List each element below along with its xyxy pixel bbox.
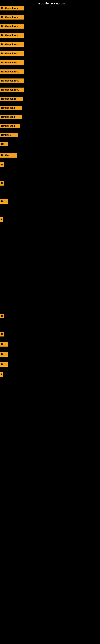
bottleneck-item: l <box>0 372 3 377</box>
bottleneck-item: Bot <box>0 352 8 356</box>
bottleneck-item: B <box>0 181 4 186</box>
bottleneck-item: Bottleneck r <box>0 124 20 128</box>
bottleneck-item: Bottleneck r <box>0 106 22 110</box>
site-title: TheBottlenecker.com <box>0 0 100 7</box>
bottleneck-item: Bo <box>0 142 8 146</box>
bottleneck-item: Bottleneck r <box>0 115 22 119</box>
bottleneck-item: Bottleneck resu <box>0 88 24 92</box>
bottleneck-item: Bottleneck resu <box>0 78 24 83</box>
bottleneck-item: Bottlene <box>0 133 18 137</box>
bottleneck-item: Bottleneck resu <box>0 51 24 56</box>
bottleneck-item: B <box>0 332 4 336</box>
bottleneck-item: Bottleneck resu <box>0 60 24 65</box>
bottleneck-item: Bottleneck re <box>0 96 23 101</box>
bottleneck-item: Bot <box>0 199 8 204</box>
bottleneck-item: Bottleneck resu <box>0 33 24 38</box>
bottleneck-item: Bottleneck resu <box>0 24 24 28</box>
bottleneck-item: Bottleneck resu <box>0 42 24 47</box>
bottleneck-item: l <box>0 217 3 222</box>
bottleneck-item: Bot <box>0 342 8 346</box>
bottleneck-item: Bottleneck resu <box>0 6 24 10</box>
bottleneck-item: Bottleneck resu <box>0 70 24 74</box>
bottleneck-item: B <box>0 162 4 167</box>
bottleneck-item: Bottlen <box>0 153 17 158</box>
bottleneck-item: Bottleneck resu <box>0 15 24 20</box>
bottleneck-item: B <box>0 314 4 318</box>
bottleneck-item: Bot <box>0 362 8 367</box>
